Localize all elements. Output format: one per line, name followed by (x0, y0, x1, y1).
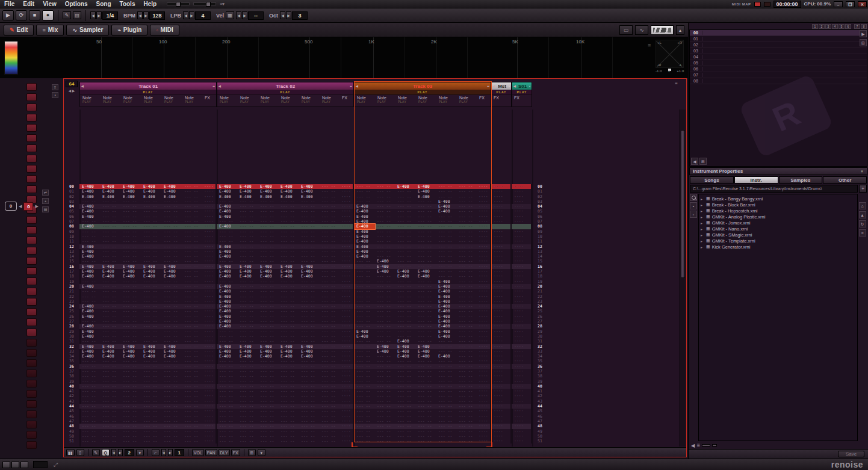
note-cell[interactable]: --- -- (299, 439, 320, 444)
note-cell[interactable]: --- -- (395, 229, 416, 234)
note-cell[interactable]: --- -- (457, 234, 477, 239)
note-cell[interactable]: --- -- (182, 379, 203, 384)
note-column-header[interactable]: NotePLAY (182, 95, 203, 107)
note-cell[interactable]: --- -- (416, 409, 436, 413)
phase-scope[interactable]: +L +R -R -L (656, 40, 684, 68)
grid-dropdown-icon[interactable]: ▾ (258, 449, 265, 456)
note-cell[interactable]: --- -- (355, 309, 375, 314)
note-cell[interactable]: --- -- (162, 424, 182, 428)
track-header-buttons[interactable]: ▪▪ (349, 84, 353, 88)
pattern-slot[interactable] (26, 400, 37, 408)
master-fx-cell[interactable]: ···· (491, 204, 512, 209)
note-cell[interactable]: --- -- (162, 364, 182, 369)
fx-cell[interactable]: ···· (477, 364, 489, 369)
step-length-icon[interactable]: ⌐ (152, 449, 160, 456)
note-cell[interactable]: --- -- (436, 379, 457, 384)
note-cell[interactable]: E-400 (217, 304, 238, 309)
fx-cell[interactable]: ···· (477, 439, 489, 444)
note-cell[interactable]: --- -- (80, 419, 101, 424)
note-cell[interactable]: --- -- (238, 319, 258, 324)
add-location-button[interactable]: + (859, 185, 867, 193)
note-cell[interactable]: --- -- (395, 404, 416, 409)
note-cell[interactable]: E-400 (238, 189, 258, 194)
fx-cell[interactable]: ···· (340, 314, 352, 319)
vel-down[interactable]: ◀ (236, 11, 241, 19)
note-cell[interactable]: --- -- (355, 324, 375, 329)
note-cell[interactable]: --- -- (101, 384, 121, 389)
record-button[interactable]: ● (42, 10, 54, 20)
note-cell[interactable]: --- -- (436, 404, 457, 409)
midi-in-icon[interactable]: ◀ (691, 158, 698, 165)
menu-song[interactable]: Song (92, 1, 116, 7)
note-cell[interactable]: --- -- (141, 374, 162, 379)
send-fx-cell[interactable]: ···· (512, 224, 532, 229)
note-cell[interactable]: --- -- (416, 359, 436, 363)
note-cell[interactable]: --- -- (279, 214, 299, 219)
pattern-row[interactable]: 24E-400--- ----- ----- ----- ----- --···… (64, 304, 679, 309)
note-cell[interactable]: --- -- (375, 204, 395, 209)
note-cell[interactable]: E-400 (101, 349, 121, 354)
note-cell[interactable]: --- -- (121, 319, 141, 324)
note-cell[interactable]: --- -- (457, 339, 477, 344)
note-cell[interactable]: --- -- (457, 224, 477, 229)
note-cell[interactable]: --- -- (182, 214, 203, 219)
note-cell[interactable]: --- -- (182, 319, 203, 324)
master-fx-cell[interactable]: ···· (491, 194, 512, 199)
oct-value[interactable]: 3 (292, 11, 308, 20)
menu-tools[interactable]: Tools (116, 1, 140, 7)
note-cell[interactable]: --- -- (436, 264, 457, 269)
pattern-row[interactable]: 11--- ----- ----- ----- ----- ----- --··… (64, 239, 679, 244)
send-fx-cell[interactable]: ···· (512, 339, 532, 344)
instrument-quick-slot[interactable]: 8 (861, 24, 867, 29)
lpb-value[interactable]: 4 (195, 11, 211, 20)
note-cell[interactable]: --- -- (141, 254, 162, 259)
note-cell[interactable]: --- -- (457, 264, 477, 269)
note-cell[interactable]: --- -- (375, 184, 395, 189)
master-fx-cell[interactable]: ···· (491, 199, 512, 204)
note-cell[interactable]: --- -- (101, 364, 121, 369)
fx-cell[interactable]: ···· (340, 189, 352, 194)
note-cell[interactable]: --- -- (375, 224, 395, 229)
properties-collapse-icon[interactable]: ▼ (860, 170, 864, 173)
note-cell[interactable]: --- -- (162, 234, 182, 239)
note-cell[interactable]: --- -- (238, 414, 258, 419)
fx-cell[interactable]: ···· (477, 319, 489, 324)
master-fx-cell[interactable]: ···· (491, 374, 512, 379)
fx-cell[interactable]: ···· (340, 229, 352, 234)
note-cell[interactable]: E-400 (279, 349, 299, 354)
note-cell[interactable]: E-400 (355, 204, 375, 209)
pattern-slot[interactable] (26, 114, 37, 122)
note-cell[interactable]: --- -- (258, 374, 279, 379)
track-play-state[interactable]: PLAY (512, 90, 532, 94)
master-fx-cell[interactable]: ···· (491, 234, 512, 239)
note-cell[interactable]: --- -- (279, 409, 299, 413)
note-cell[interactable]: --- -- (416, 429, 436, 434)
fx-cell[interactable]: ···· (340, 219, 352, 224)
track-header-buttons[interactable]: ▪▪ (486, 84, 491, 88)
fx-cell[interactable]: ···· (477, 299, 489, 304)
fx-cell[interactable]: ···· (203, 329, 215, 334)
instrument-slot[interactable]: 03 (690, 48, 867, 54)
note-cell[interactable]: --- -- (121, 299, 141, 304)
note-cell[interactable]: E-400 (141, 274, 162, 279)
fx-cell[interactable]: ···· (203, 219, 215, 224)
note-column-header[interactable]: NotePLAY (320, 95, 340, 107)
note-cell[interactable]: E-400 (436, 204, 457, 209)
note-cell[interactable]: E-400 (436, 329, 457, 334)
note-cell[interactable]: --- -- (80, 379, 101, 384)
send-fx-cell[interactable]: ···· (512, 354, 532, 359)
note-cell[interactable]: --- -- (375, 194, 395, 199)
note-cell[interactable]: --- -- (436, 384, 457, 389)
note-cell[interactable]: --- -- (436, 214, 457, 219)
pattern-row[interactable]: 27--- ----- ----- ----- ----- ----- --··… (64, 319, 679, 324)
pattern-slot[interactable] (26, 144, 37, 152)
note-column-header[interactable]: NotePLAY (279, 95, 299, 107)
note-cell[interactable]: --- -- (457, 184, 477, 189)
fx-cell[interactable]: ···· (340, 404, 352, 409)
step-value[interactable]: 1 (175, 449, 184, 456)
send-fx-cell[interactable]: ···· (512, 194, 532, 199)
note-cell[interactable]: --- -- (375, 229, 395, 234)
master-fx-cell[interactable]: ···· (491, 349, 512, 354)
fx-cell[interactable]: ···· (203, 214, 215, 219)
note-cell[interactable]: --- -- (238, 364, 258, 369)
